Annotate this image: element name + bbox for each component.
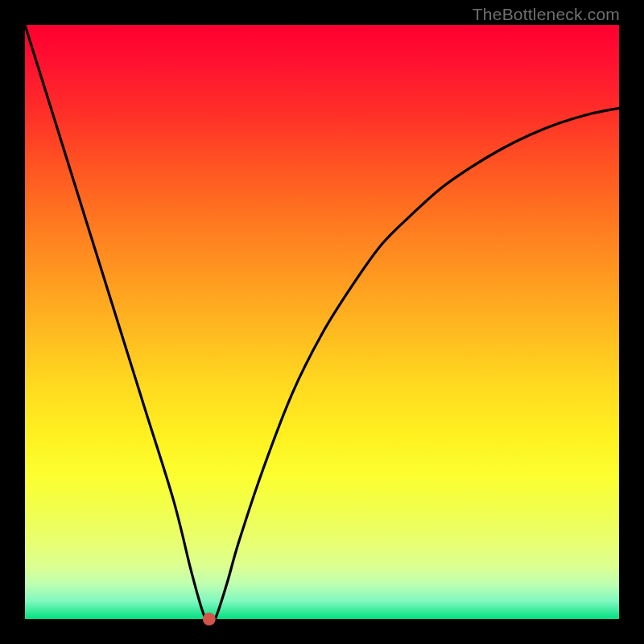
min-point-marker [203,613,216,625]
attribution-label: TheBottleneck.com [473,5,620,24]
chart-frame: TheBottleneck.com [0,0,644,644]
curve-layer [25,25,619,619]
plot-area [25,25,619,619]
bottleneck-curve [25,25,619,622]
